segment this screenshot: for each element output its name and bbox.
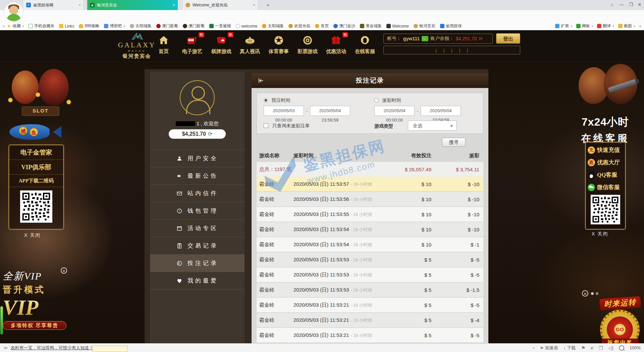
shooter-game-art[interactable] xyxy=(572,64,641,114)
flag-icon[interactable]: ⚑ xyxy=(581,345,585,351)
account-link[interactable] xyxy=(446,48,454,53)
history-clock-icon[interactable]: ◔ xyxy=(532,345,534,351)
fishing-game-art[interactable]: 捕 鱼 xyxy=(7,122,68,143)
account-link[interactable] xyxy=(438,48,446,53)
extension-item[interactable]: 截图 xyxy=(618,23,635,29)
new-tab-button[interactable]: + xyxy=(264,2,272,8)
bet-from-input[interactable]: 2020/05/03 00:00:00 xyxy=(264,106,304,116)
sidebar-item-messages[interactable]: 站内信件 xyxy=(150,185,245,202)
nav-item-card-games[interactable]: 热 棋牌游戏 xyxy=(209,34,234,55)
nav-item-promotions[interactable]: 热 优惠活动 xyxy=(323,34,349,55)
bookmark-item[interactable]: 太阳城集 xyxy=(130,23,152,29)
window-layout-icon[interactable]: ❐ xyxy=(599,345,603,351)
bookmark-item[interactable]: 黄金城集 xyxy=(360,23,382,29)
bet-to-input[interactable]: 2020/05/04 23:59:59 xyxy=(310,106,350,116)
radio-selected-icon[interactable] xyxy=(264,98,268,102)
sound-icon[interactable]: ◁) xyxy=(608,345,613,351)
wechat-service-link[interactable]: 微信客服 xyxy=(586,181,625,193)
browser-tab[interactable]: ✓ 鉴黑担保网 × xyxy=(23,0,84,10)
wheel-go-button[interactable]: GO xyxy=(614,324,626,335)
ie-mode-icon[interactable]: e xyxy=(591,345,593,351)
bookmarks-toggle-icon[interactable]: » xyxy=(3,24,5,29)
sidebar-balance[interactable]: $4,251.70⟳ xyxy=(169,129,226,139)
vip-promo-banner[interactable]: ✕ 全新VIP 晋升模式 VIP 多项特权 尽享尊贵 xyxy=(3,269,70,340)
chat-icon[interactable] xyxy=(422,36,428,41)
maximize-button[interactable]: ❐ xyxy=(627,1,635,8)
bookmark-item[interactable]: 鉴黑担保 xyxy=(440,23,462,29)
close-window-button[interactable]: ✕ xyxy=(636,1,643,8)
sidebar-item-wallet[interactable]: 钱包管理 xyxy=(150,202,245,220)
sidebar-item-events[interactable]: 活动专区 xyxy=(150,220,245,237)
tab-close-icon[interactable]: × xyxy=(253,3,255,7)
vip-club-link[interactable]: VIP俱乐部 xyxy=(9,160,63,175)
browser-tab[interactable]: Welcome_欢迎光临 × xyxy=(183,0,258,10)
payout-time-radio[interactable]: 派彩时间 xyxy=(374,97,401,103)
zoom-level[interactable]: 100% xyxy=(630,345,641,350)
bookmark-item[interactable]: 太阳城集 xyxy=(262,23,284,29)
radio-icon[interactable] xyxy=(374,98,379,102)
close-right-panel-button[interactable]: X 关闭 xyxy=(592,231,608,237)
browser-profile-avatar[interactable] xyxy=(4,2,23,21)
bookmark-item[interactable]: welcome xyxy=(236,24,257,29)
bookmark-item[interactable]: Links xyxy=(59,24,74,29)
bookmark-item[interactable]: 首页 xyxy=(315,23,329,29)
sidebar-item-bet-records[interactable]: $ 投注记录 xyxy=(150,255,245,272)
extension-item[interactable]: 扩展 xyxy=(555,23,572,29)
bookmark-item[interactable]: 收藏 xyxy=(7,23,24,29)
accelerator-button[interactable]: ➤ 加速器 xyxy=(540,345,558,351)
nav-item-live-casino[interactable]: 真人视讯 xyxy=(237,34,263,55)
bookmark-item[interactable]: 999策略 xyxy=(79,23,99,29)
nav-item-sports[interactable]: 体育赛事 xyxy=(266,34,291,55)
sidebar-item-user-security[interactable]: 用户安全 xyxy=(150,149,245,167)
close-left-panel-button[interactable]: X 关闭 xyxy=(24,232,41,238)
unsettled-checkbox[interactable]: 只查询未派彩注单 xyxy=(264,123,310,129)
bookmark-item[interactable]: 澳门新葡 xyxy=(156,23,178,29)
payout-from-input[interactable]: 2020/05/04 00:00:00 xyxy=(374,106,415,116)
news-ticker[interactable]: 农村有一宝，可治耳鸣，可惜少有人知道！ xyxy=(11,345,94,351)
promo-hall-link[interactable]: 惠 优惠大厅 xyxy=(586,156,625,169)
bet-time-radio[interactable]: 投注时间 xyxy=(264,97,290,103)
qq-service-link[interactable]: QQ客服 xyxy=(586,169,625,181)
logout-button[interactable]: 登出 xyxy=(496,33,520,44)
nav-item-lottery[interactable]: 彩票游戏 xyxy=(295,34,320,55)
extension-item[interactable]: 翻译 xyxy=(597,23,614,29)
nav-item-slots[interactable]: 热 电子游艺 xyxy=(179,34,205,55)
carousel-dot[interactable] xyxy=(596,292,598,295)
bookmark-item[interactable]: 银河贵宾 xyxy=(414,23,435,29)
download-button[interactable]: ↓ 下载 xyxy=(564,345,576,351)
bookmark-item[interactable]: 澳门新葡 xyxy=(183,23,205,29)
nav-item-home[interactable]: 首页 xyxy=(151,34,176,55)
bookmark-item[interactable]: Welcome xyxy=(386,24,409,29)
lucky-wheel-banner[interactable]: 时来运转 xyxy=(599,296,641,310)
bookmark-item[interactable]: 欢迎光临 xyxy=(288,23,310,29)
checkbox-icon[interactable] xyxy=(264,123,268,128)
account-link[interactable] xyxy=(431,48,438,53)
bookmark-item[interactable]: 博壹吧 xyxy=(104,23,125,29)
game-type-select[interactable]: 全选 xyxy=(408,121,457,131)
more-extensions-icon[interactable]: » xyxy=(639,24,641,29)
tab-close-icon[interactable]: × xyxy=(78,3,81,7)
zoom-search-icon[interactable] xyxy=(619,345,624,351)
sidebar-item-announcements[interactable]: 最新公告 xyxy=(150,167,245,185)
payout-to-input[interactable]: 2020/05/04 23:59:59 xyxy=(421,106,461,116)
sidebar-item-transactions[interactable]: 交易记录 xyxy=(150,237,245,255)
carousel-dot[interactable] xyxy=(591,292,594,295)
bookmark-item[interactable]: 澳门金沙 xyxy=(333,23,355,29)
account-link[interactable] xyxy=(462,48,470,53)
extension-item[interactable]: 网银 xyxy=(576,23,593,29)
bookmark-item[interactable]: 手机收藏夹 xyxy=(29,23,54,29)
close-vip-promo-icon[interactable]: ✕ xyxy=(61,267,67,274)
search-button[interactable]: 搜寻 xyxy=(442,138,466,147)
quick-recharge-link[interactable]: 充 快速充值 xyxy=(586,144,625,156)
skin-icon[interactable]: ⌂ xyxy=(608,1,616,8)
bookmark-item[interactable]: 一直被模 xyxy=(209,23,231,29)
refresh-icon[interactable]: ⟳ xyxy=(208,131,212,137)
close-wheel-promo-icon[interactable]: ✕ xyxy=(582,290,588,297)
sidebar-item-favorites[interactable]: 我的最爱 xyxy=(150,272,245,290)
slot-game-art[interactable]: SLOT xyxy=(3,69,80,119)
minimize-button[interactable]: — xyxy=(617,1,626,8)
account-link[interactable] xyxy=(454,48,462,53)
nav-item-customer-service[interactable]: 在线客服 xyxy=(352,34,378,55)
lucky-wheel[interactable]: GO xyxy=(600,310,640,343)
collapse-back-icon[interactable] xyxy=(258,77,264,84)
